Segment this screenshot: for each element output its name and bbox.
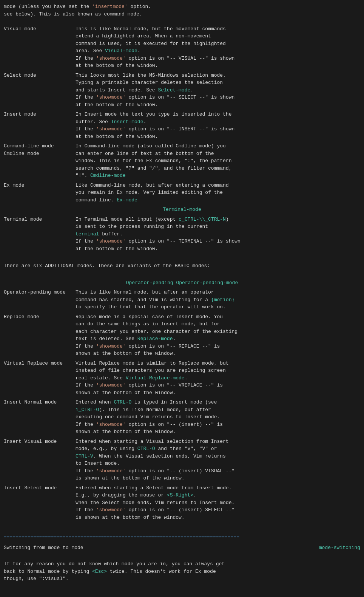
select-mode-desc: This looks most like the MS-Windows sele… <box>76 72 360 109</box>
select-mode-name: Select mode <box>4 72 76 109</box>
ex-mode-row: Ex mode Like Command-line mode, but afte… <box>4 182 360 204</box>
select-mode-row: Select mode This looks most like the MS-… <box>4 72 360 109</box>
visual-mode-desc: This is like Normal mode, but the moveme… <box>76 25 360 70</box>
terminal-showmode: 'showmode' <box>96 238 126 244</box>
motion-link[interactable]: {motion} <box>211 297 234 303</box>
insert-select-mode-desc: Entered when starting a Select mode from… <box>76 484 360 521</box>
insert-normal-mode-row: Insert Normal mode Entered when CTRL-O i… <box>4 399 360 436</box>
intro-text-2: see below). This is also known as comman… <box>4 11 142 17</box>
cmdline-mode-row: Command-line mode Cmdline mode In Comman… <box>4 142 360 179</box>
replace-mode-row: Replace mode Replace mode is a special c… <box>4 313 360 357</box>
insert-mode-name: Insert mode <box>4 111 76 140</box>
ex-mode-link[interactable]: Ex-mode <box>117 197 137 203</box>
visual-showmode: 'showmode' <box>96 56 126 61</box>
esc-link[interactable]: <Esc> <box>92 569 107 574</box>
section-divider: ========================================… <box>4 534 360 541</box>
vreplace-mode-link[interactable]: Virtual-Replace-mode <box>126 375 185 381</box>
insert-mode-desc: In Insert mode the text you type is inse… <box>76 111 360 140</box>
terminal-mode-header-link[interactable]: Terminal-mode <box>163 207 201 212</box>
insert-showmode: 'showmode' <box>96 126 126 132</box>
visual-mode-row: Visual mode This is like Normal mode, bu… <box>4 25 360 70</box>
op-pending-mode-desc: This is like Normal mode, but after an o… <box>76 289 360 311</box>
visual-mode-name: Visual mode <box>4 25 76 70</box>
terminal-mode-desc: In Terminal mode all input (except c_CTR… <box>76 216 360 253</box>
insert-visual-mode-desc: Entered when starting a Visual selection… <box>76 438 360 482</box>
additional-modes-text: There are six ADDITIONAL modes. These ar… <box>4 262 360 270</box>
vreplace-mode-row: Virtual Replace mode Virtual Replace mod… <box>4 360 360 397</box>
vreplace-showmode: 'showmode' <box>96 382 126 388</box>
mode-switching-link[interactable]: mode-switching <box>319 544 360 552</box>
insert-normal-mode-name: Insert Normal mode <box>4 399 76 436</box>
op-pending-header: Operator-pending Operator-pending-mode <box>4 279 360 287</box>
cmdline-name-1: Command-line mode <box>4 143 54 149</box>
terminal-ctrl-link[interactable]: c_CTRL-\\_CTRL-N <box>179 217 226 222</box>
insert-select-mode-row: Insert Select mode Entered when starting… <box>4 484 360 521</box>
op-pending-header-link[interactable]: Operator-pending Operator-pending-mode <box>126 280 238 286</box>
replace-mode-name: Replace mode <box>4 313 76 357</box>
select-mode-link[interactable]: Select-mode <box>158 87 190 93</box>
intro-block: mode (unless you have set the 'insertmod… <box>4 3 360 18</box>
switching-label: Switching from mode to mode <box>4 544 83 552</box>
cmdline-name-2: Cmdline mode <box>4 151 39 156</box>
inormal-showmode: 'showmode' <box>96 422 126 427</box>
terminal-link[interactable]: terminal <box>76 231 99 237</box>
cmdline-mode-link[interactable]: Cmdline-mode <box>90 173 126 178</box>
ivisual-showmode: 'showmode' <box>96 468 126 474</box>
ex-mode-name: Ex mode <box>4 182 76 204</box>
op-pending-mode-row: Operator-pending mode This is like Norma… <box>4 289 360 311</box>
cmdline-mode-desc: In Command-line mode (also called Cmdlin… <box>76 142 360 179</box>
ctrl-v-link[interactable]: CTRL-V <box>76 453 93 459</box>
cmdline-mode-name: Command-line mode Cmdline mode <box>4 142 76 179</box>
insert-visual-mode-name: Insert Visual mode <box>4 438 76 482</box>
terminal-mode-row: Terminal mode In Terminal mode all input… <box>4 216 360 253</box>
main-content: mode (unless you have set the 'insertmod… <box>4 3 360 583</box>
insert-normal-mode-desc: Entered when CTRL-O is typed in Insert m… <box>76 399 360 436</box>
replace-mode-desc: Replace mode is a special case of Insert… <box>76 313 360 357</box>
select-showmode: 'showmode' <box>96 94 126 100</box>
insertmode-option: 'insertmode' <box>92 4 128 9</box>
iselect-showmode: 'showmode' <box>96 507 126 513</box>
insert-select-mode-name: Insert Select mode <box>4 484 76 521</box>
replace-mode-link[interactable]: Replace-mode <box>137 336 173 342</box>
insert-mode-link[interactable]: Insert-mode <box>111 119 143 125</box>
replace-showmode: 'showmode' <box>96 343 126 349</box>
bottom-text-block: If for any reason you do not know which … <box>4 560 360 583</box>
insert-mode-row: Insert mode In Insert mode the text you … <box>4 111 360 140</box>
insert-visual-mode-row: Insert Visual mode Entered when starting… <box>4 438 360 482</box>
visual-mode-link[interactable]: Visual-mode <box>105 48 137 54</box>
switching-section-header: Switching from mode to mode mode-switchi… <box>4 544 360 552</box>
i-ctrl-o-link[interactable]: i_CTRL-O <box>76 407 99 413</box>
ex-mode-desc: Like Command-line mode, but after enteri… <box>76 182 360 204</box>
vreplace-mode-desc: Virtual Replace mode is similar to Repla… <box>76 360 360 397</box>
vreplace-mode-name: Virtual Replace mode <box>4 360 76 397</box>
s-right-link[interactable]: <S-Right> <box>167 492 193 498</box>
ctrl-o-link-2[interactable]: CTRL-O <box>137 446 155 452</box>
op-pending-mode-name: Operator-pending mode <box>4 289 76 311</box>
terminal-mode-name: Terminal mode <box>4 216 76 253</box>
ctrl-o-link-1[interactable]: CTRL-O <box>114 399 131 405</box>
terminal-mode-header: Terminal-mode <box>4 206 360 213</box>
intro-text-1b: option, <box>128 4 151 9</box>
intro-text-1: mode (unless you have set the <box>4 4 92 9</box>
